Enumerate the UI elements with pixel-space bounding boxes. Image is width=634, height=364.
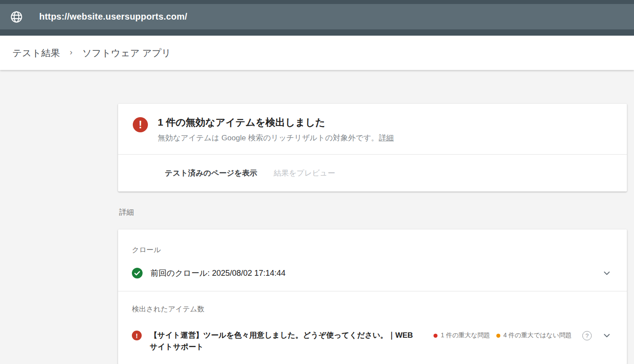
view-tested-page-button[interactable]: テスト済みのページを表示	[165, 168, 257, 178]
result-title: 1 件の無効なアイテムを検出しました	[158, 116, 394, 129]
result-subtitle: 無効なアイテムは Google 検索のリッチリザルトの対象外です。詳細	[158, 133, 394, 143]
main-content: ! 1 件の無効なアイテムを検出しました 無効なアイテムは Google 検索の…	[0, 104, 634, 364]
error-icon: !	[133, 117, 148, 132]
browser-bar: https://website.usersupports.com/	[0, 0, 634, 36]
result-texts: 1 件の無効なアイテムを検出しました 無効なアイテムは Google 検索のリッ…	[158, 116, 394, 143]
crawl-section: クロール 前回のクロール: 2025/08/02 17:14:44	[118, 229, 627, 291]
critical-issues-badge: 1 件の重大な問題	[434, 331, 490, 339]
issue-summary: 1 件の重大な問題 4 件の重大ではない問題 ?	[434, 330, 612, 341]
details-link[interactable]: 詳細	[379, 134, 394, 142]
details-section-label: 詳細	[119, 207, 627, 217]
result-summary-card: ! 1 件の無効なアイテムを検出しました 無効なアイテムは Google 検索の…	[118, 104, 627, 192]
detected-item-title[interactable]: 【サイト運営】ツールを色々用意しました。どうぞ使ってください。｜WEBサイトサポ…	[150, 330, 417, 353]
chevron-down-icon[interactable]	[601, 268, 612, 278]
success-check-icon	[132, 268, 143, 278]
non-critical-issues-badge: 4 件の重大ではない問題	[496, 331, 572, 339]
url-text: https://website.usersupports.com/	[39, 12, 187, 22]
critical-dot-icon	[434, 334, 438, 338]
detected-items-section: 検出されたアイテム数 ! 【サイト運営】ツールを色々用意しました。どうぞ使ってく…	[118, 291, 627, 364]
warning-dot-icon	[496, 334, 500, 338]
preview-results-button[interactable]: 結果をプレビュー	[274, 168, 335, 178]
details-card: クロール 前回のクロール: 2025/08/02 17:14:44 検出されたア…	[118, 229, 627, 364]
result-actions: テスト済みのページを表示 結果をプレビュー	[118, 155, 627, 192]
error-icon: !	[132, 331, 142, 340]
breadcrumb-software-app: ソフトウェア アプリ	[82, 47, 171, 59]
last-crawl-text: 前回のクロール: 2025/08/02 17:14:44	[151, 268, 286, 278]
chevron-right-icon: ›	[70, 48, 72, 57]
detected-items-label: 検出されたアイテム数	[132, 305, 612, 314]
chevron-down-icon[interactable]	[601, 330, 612, 341]
breadcrumb: テスト結果 › ソフトウェア アプリ	[0, 36, 634, 70]
non-critical-issues-text: 4 件の重大ではない問題	[503, 331, 572, 339]
globe-icon	[10, 10, 23, 24]
result-head: ! 1 件の無効なアイテムを検出しました 無効なアイテムは Google 検索の…	[118, 104, 627, 154]
breadcrumb-test-results[interactable]: テスト結果	[12, 47, 60, 59]
crawl-status-row[interactable]: 前回のクロール: 2025/08/02 17:14:44	[132, 268, 612, 278]
address-bar[interactable]: https://website.usersupports.com/	[0, 4, 634, 29]
detected-item-row[interactable]: ! 【サイト運営】ツールを色々用意しました。どうぞ使ってください。｜WEBサイト…	[132, 330, 612, 353]
critical-issues-text: 1 件の重大な問題	[441, 331, 490, 339]
help-icon[interactable]: ?	[582, 331, 592, 340]
crawl-section-label: クロール	[132, 245, 612, 255]
result-subtitle-text: 無効なアイテムは Google 検索のリッチリザルトの対象外です。	[158, 134, 379, 142]
